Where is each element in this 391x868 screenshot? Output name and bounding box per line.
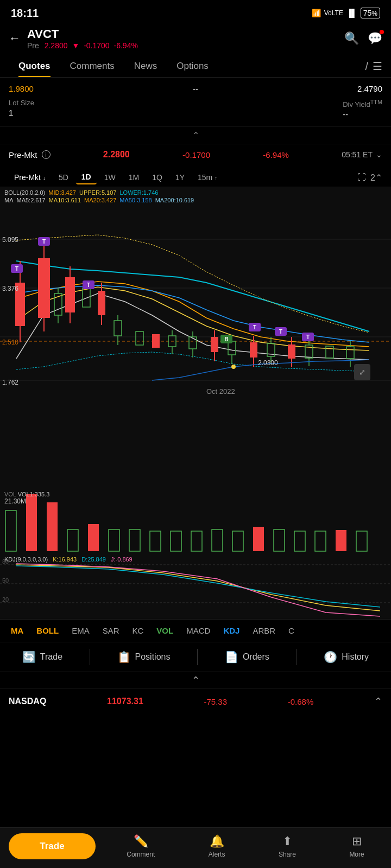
ts-1m[interactable]: 1M: [123, 171, 144, 184]
pre-change: -0.1700: [84, 41, 109, 50]
nasdaq-price: 11073.31: [107, 697, 143, 706]
pm-info-icon[interactable]: i: [42, 150, 51, 159]
ind-btn-kdj[interactable]: KDJ: [221, 625, 242, 636]
nav-more[interactable]: ⊞ More: [349, 834, 364, 858]
notification-dot: [380, 30, 384, 34]
sep-3: [297, 649, 297, 665]
pre-market-info: Pre 2.2800 ▼ -0.1700 -6.94%: [27, 41, 338, 50]
ma10: MA10:3.611: [49, 197, 81, 203]
svg-rect-51: [346, 347, 354, 359]
tabs-hamburger-icon[interactable]: ☰: [373, 60, 382, 73]
ticker-symbol: AVCT: [27, 27, 338, 41]
nasdaq-bar: NASDAQ 11073.31 -75.33 -0.68% ⌃: [0, 688, 391, 714]
pm-price: 2.2800: [103, 150, 130, 159]
nasdaq-collapse-btn[interactable]: ⌃: [374, 695, 382, 707]
volume-chart: [0, 489, 391, 554]
svg-text:5.095: 5.095: [2, 236, 18, 244]
svg-rect-50: [326, 346, 333, 358]
orders-action[interactable]: 📄 Orders: [225, 650, 269, 663]
pre-pct: -6.94%: [114, 41, 138, 50]
messages-button[interactable]: 💬: [368, 31, 382, 46]
tabs-more-icon[interactable]: /: [365, 60, 368, 73]
back-button[interactable]: ←: [9, 31, 21, 46]
svg-rect-80: [67, 529, 78, 551]
orders-icon: 📄: [225, 650, 238, 663]
history-action[interactable]: 🕐 History: [324, 650, 369, 663]
ind-btn-sar[interactable]: SAR: [100, 625, 122, 636]
trade-button[interactable]: Trade: [9, 833, 96, 859]
tab-options[interactable]: Options: [167, 55, 218, 77]
wifi-icon: 📶: [312, 9, 321, 17]
history-icon: 🕐: [324, 650, 337, 663]
svg-rect-38: [250, 342, 257, 358]
chart-time-selector: Pre-Mkt ↓ 5D 1D 1W 1M 1Q 1Y 15m ↑ ⛶ 2⌃: [0, 165, 391, 187]
lot-size-value: 1: [9, 108, 34, 117]
ts-1d[interactable]: 1D: [76, 170, 97, 184]
ind-btn-c[interactable]: C: [286, 625, 297, 636]
nasdaq-collapse-icon: ⌃: [192, 674, 200, 686]
svg-rect-24: [136, 331, 143, 345]
ts-1y[interactable]: 1Y: [170, 171, 190, 184]
ind-btn-arbr[interactable]: ARBR: [250, 625, 278, 636]
svg-rect-94: [356, 531, 367, 551]
pm-time[interactable]: 05:51 ET ⌄: [342, 150, 382, 159]
ind-btn-vol[interactable]: VOL: [154, 625, 175, 636]
collapse-row[interactable]: ⌃: [0, 127, 391, 144]
tab-quotes[interactable]: Quotes: [9, 55, 60, 77]
trade-icon: 🔄: [22, 650, 36, 663]
tab-comments[interactable]: Comments: [60, 55, 124, 77]
price-52w-high: 2.4790: [357, 83, 382, 93]
ts-1q[interactable]: 1Q: [147, 171, 168, 184]
orders-label: Orders: [243, 652, 269, 662]
divider-value: --: [193, 84, 198, 93]
nav-share[interactable]: ⬆ Share: [279, 834, 296, 858]
svg-point-68: [231, 365, 236, 369]
nav-items: ✏️ Comment 🔔 Alerts ⬆ Share ⊞ More: [100, 834, 391, 858]
svg-rect-82: [109, 529, 119, 551]
svg-text:2.0300: 2.0300: [258, 359, 278, 367]
svg-text:T: T: [306, 334, 310, 340]
tab-news[interactable]: News: [124, 55, 167, 77]
pm-label: Pre-Mkt: [9, 150, 37, 159]
premarket-bar: Pre-Mkt i 2.2800 -0.1700 -6.94% 05:51 ET…: [0, 144, 391, 165]
ind-btn-ema[interactable]: EMA: [70, 625, 92, 636]
svg-text:B: B: [224, 336, 228, 342]
ts-15m[interactable]: 15m ↑: [192, 171, 223, 184]
expand-icon[interactable]: 2⌃: [370, 173, 382, 183]
svg-rect-92: [315, 531, 326, 551]
ts-1w[interactable]: 1W: [99, 171, 121, 184]
ind-btn-macd[interactable]: MACD: [184, 625, 212, 636]
chart-settings-icon[interactable]: ⛶: [357, 173, 366, 182]
ind-btn-ma[interactable]: MA: [9, 625, 26, 636]
trade-action[interactable]: 🔄 Trade: [22, 650, 62, 663]
nav-alerts[interactable]: 🔔 Alerts: [209, 834, 225, 858]
svg-text:20: 20: [2, 596, 9, 603]
ma20: MA20:3.427: [84, 197, 116, 203]
ma5: MA5:2.617: [17, 197, 46, 203]
trading-bar: 🔄 Trade 📋 Positions 📄 Orders 🕐 History: [0, 642, 391, 672]
main-chart[interactable]: T T T B T T T 5.095 3.376 2.510 1.762 2.…: [0, 207, 391, 489]
svg-text:T: T: [87, 282, 90, 288]
indicator-buttons: MA BOLL EMA SAR KC VOL MACD KDJ ARBR C: [0, 619, 391, 642]
nav-comment[interactable]: ✏️ Comment: [127, 834, 155, 858]
ts-premkt[interactable]: Pre-Mkt ↓: [9, 171, 51, 184]
ts-5d[interactable]: 5D: [53, 171, 74, 184]
svg-rect-89: [253, 527, 264, 551]
lot-size-label: Lot Size: [9, 99, 34, 107]
collapse-arrow-icon: ⌃: [192, 130, 199, 141]
positions-action[interactable]: 📋 Positions: [117, 650, 171, 663]
pre-label: Pre: [27, 41, 39, 50]
svg-text:2.510: 2.510: [2, 339, 18, 346]
nasdaq-collapse-bar[interactable]: ⌃: [0, 672, 391, 688]
candlestick-chart: T T T B T T T 5.095 3.376 2.510 1.762 2.…: [0, 207, 391, 407]
ma-label: MA: [4, 197, 14, 203]
boll-mid: MID:3.427: [48, 189, 76, 196]
div-yield: Div YieldTTM --: [343, 99, 382, 119]
ts-right-icons: ⛶ 2⌃: [357, 173, 382, 183]
svg-rect-84: [150, 531, 161, 551]
ind-btn-kc[interactable]: KC: [130, 625, 146, 636]
ind-btn-boll[interactable]: BOLL: [34, 625, 61, 636]
pm-pct: -6.94%: [263, 150, 289, 159]
search-button[interactable]: 🔍: [344, 31, 359, 46]
price-low-value: 1.9800: [9, 84, 34, 93]
